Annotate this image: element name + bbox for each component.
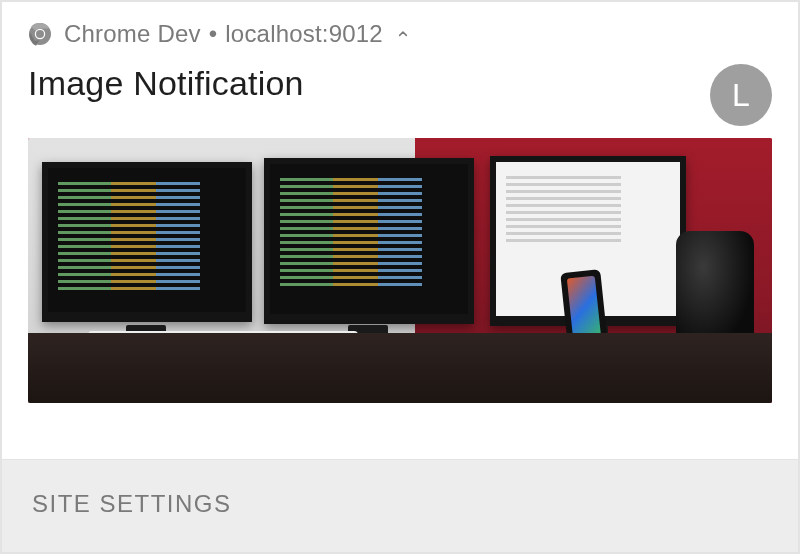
chevron-up-icon[interactable] [395, 26, 411, 42]
svg-point-2 [36, 30, 44, 38]
notification-header[interactable]: Chrome Dev • localhost:9012 [2, 2, 798, 54]
site-settings-button[interactable]: SITE SETTINGS [32, 490, 232, 518]
app-badge: L [710, 64, 772, 126]
separator-dot: • [209, 20, 218, 48]
notification-image-area [2, 134, 798, 459]
notification-actions: SITE SETTINGS [2, 459, 798, 552]
app-name: Chrome Dev [64, 20, 201, 48]
notification-title-row: Image Notification L [2, 54, 798, 134]
notification-card: Chrome Dev • localhost:9012 Image Notifi… [0, 0, 800, 554]
notification-title: Image Notification [28, 64, 304, 103]
chrome-icon [28, 22, 52, 46]
notification-source-text: Chrome Dev • localhost:9012 [64, 20, 383, 48]
badge-letter: L [732, 77, 750, 114]
origin-host: localhost:9012 [225, 20, 383, 48]
notification-image [28, 138, 772, 403]
